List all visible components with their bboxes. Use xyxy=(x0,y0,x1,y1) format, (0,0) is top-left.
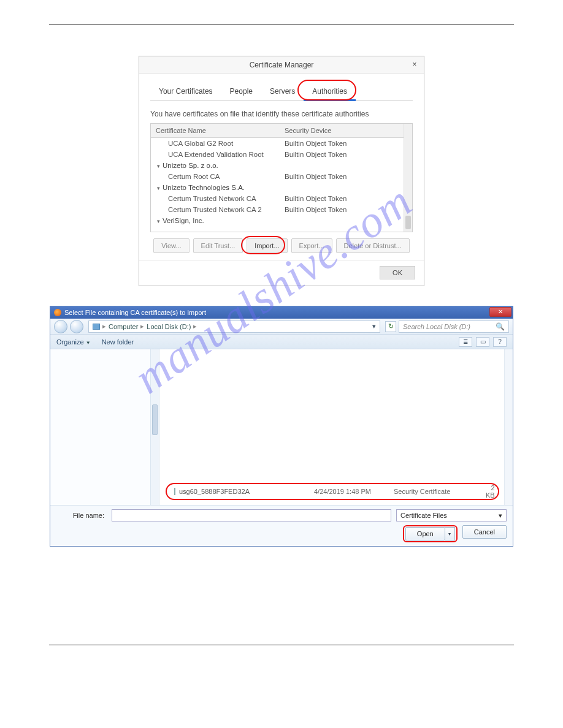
fo-sidebar xyxy=(50,349,159,505)
file-type: Security Certificate xyxy=(394,488,486,495)
cert-device: Builtin Object Token xyxy=(280,193,412,204)
cert-row[interactable]: Certum Trusted Network CABuiltin Object … xyxy=(151,193,412,204)
col-header-device: Security Device xyxy=(280,124,412,137)
import-button[interactable]: Import... xyxy=(247,238,287,253)
chevron-right-icon: ▸ xyxy=(140,322,144,330)
export-button[interactable]: Export... xyxy=(291,238,332,253)
nav-forward-button[interactable] xyxy=(70,320,83,333)
fo-file-area[interactable]: usg60_5888F3FED32A 4/24/2019 1:48 PM Sec… xyxy=(159,349,513,505)
search-placeholder: Search Local Disk (D:) xyxy=(403,323,470,330)
cm-description: You have certificates on file that ident… xyxy=(150,110,413,118)
cert-name: Certum Trusted Network CA xyxy=(168,195,256,202)
firefox-icon xyxy=(54,309,61,316)
cert-row[interactable]: UCA Global G2 RootBuiltin Object Token xyxy=(151,138,412,149)
search-input[interactable]: Search Local Disk (D:) 🔍 xyxy=(399,320,509,333)
fo-title: Select File containing CA certificate(s)… xyxy=(64,309,206,316)
main-scrollbar[interactable] xyxy=(504,349,513,505)
cert-group[interactable]: ▾Unizeto Technologies S.A. xyxy=(151,182,412,193)
cm-title: Certificate Manager xyxy=(250,61,314,69)
breadcrumb[interactable]: ▸ Computer ▸ Local Disk (D:) ▸ ▾ xyxy=(88,320,380,333)
refresh-button[interactable]: ↻ xyxy=(385,321,396,332)
chevron-down-icon[interactable]: ▾ xyxy=(372,322,376,330)
tab-authorities[interactable]: Authorities xyxy=(304,82,356,100)
file-type-filter[interactable]: Certificate Files ▾ xyxy=(396,509,507,521)
file-name: usg60_5888F3FED32A xyxy=(179,488,314,495)
cert-row[interactable]: UCA Extended Validation RootBuiltin Obje… xyxy=(151,149,412,160)
view-list-button[interactable]: ≣ xyxy=(459,337,472,347)
open-dropdown[interactable]: ▾ xyxy=(445,527,455,540)
window-close-button[interactable]: ✕ xyxy=(489,307,511,317)
cert-name: Certum Trusted Network CA 2 xyxy=(168,206,262,213)
search-icon: 🔍 xyxy=(496,322,505,331)
fo-navbar: ▸ Computer ▸ Local Disk (D:) ▸ ▾ ↻ Searc… xyxy=(50,319,513,335)
cert-name: UCA Global G2 Root xyxy=(168,140,233,147)
cert-device: Builtin Object Token xyxy=(280,138,412,149)
file-name-label: File name: xyxy=(56,512,107,519)
file-open-dialog: Select File containing CA certificate(s)… xyxy=(50,306,513,547)
cert-name: VeriSign, Inc. xyxy=(163,217,204,224)
chevron-right-icon: ▸ xyxy=(193,322,197,330)
cancel-button[interactable]: Cancel xyxy=(462,525,507,539)
file-list-row[interactable]: usg60_5888F3FED32A 4/24/2019 1:48 PM Sec… xyxy=(166,483,499,500)
certificate-manager-dialog: Certificate Manager × Your Certificates … xyxy=(139,56,424,286)
organize-button[interactable]: Organize ▼ xyxy=(56,338,91,346)
delete-distrust-button[interactable]: Delete or Distrust... xyxy=(336,238,410,253)
tab-your-certificates[interactable]: Your Certificates xyxy=(150,82,221,100)
cert-device: Builtin Object Token xyxy=(280,149,412,160)
new-folder-button[interactable]: New folder xyxy=(102,338,134,346)
cm-scrollbar[interactable] xyxy=(404,124,412,232)
file-size: 2 KB xyxy=(486,484,495,499)
cert-group[interactable]: ▾VeriSign, Inc. xyxy=(151,215,412,226)
tab-people[interactable]: People xyxy=(221,82,261,100)
chevron-right-icon: ▸ xyxy=(102,322,106,330)
cert-device: Builtin Object Token xyxy=(280,171,412,182)
chevron-down-icon: ▾ xyxy=(157,163,160,169)
edit-trust-button[interactable]: Edit Trust... xyxy=(193,238,243,253)
cert-device: Builtin Object Token xyxy=(280,204,412,215)
col-header-name: Certificate Name xyxy=(151,124,280,137)
close-icon[interactable]: × xyxy=(409,59,420,70)
breadcrumb-disk[interactable]: Local Disk (D:) xyxy=(147,323,191,330)
chevron-down-icon: ▾ xyxy=(157,185,160,191)
help-button[interactable]: ? xyxy=(493,337,507,347)
cm-tabs: Your Certificates People Servers Authori… xyxy=(150,82,413,101)
view-tiles-button[interactable]: ▭ xyxy=(476,337,489,347)
highlight-open: Open ▾ xyxy=(403,525,458,542)
breadcrumb-computer[interactable]: Computer xyxy=(109,323,138,330)
fo-titlebar: Select File containing CA certificate(s)… xyxy=(50,306,513,319)
computer-icon xyxy=(93,324,100,330)
cert-name: UCA Extended Validation Root xyxy=(168,151,264,158)
ok-button[interactable]: OK xyxy=(380,266,415,279)
fo-toolbar: Organize ▼ New folder ≣ ▭ ? xyxy=(50,335,513,349)
cm-table: Certificate Name Security Device UCA Glo… xyxy=(150,123,413,232)
cert-name: Unizeto Sp. z o.o. xyxy=(163,162,218,169)
file-date: 4/24/2019 1:48 PM xyxy=(314,488,394,495)
open-button[interactable]: Open xyxy=(405,527,445,540)
chevron-down-icon: ▼ xyxy=(86,340,91,346)
cm-titlebar: Certificate Manager × xyxy=(139,56,424,74)
chevron-down-icon: ▾ xyxy=(157,218,160,224)
sidebar-scrollbar[interactable] xyxy=(150,349,159,505)
certificate-file-icon xyxy=(174,488,175,495)
tab-servers[interactable]: Servers xyxy=(261,82,304,100)
cert-name: Certum Root CA xyxy=(168,173,220,180)
chevron-down-icon: ▾ xyxy=(499,512,502,520)
cert-row[interactable]: Certum Trusted Network CA 2Builtin Objec… xyxy=(151,204,412,215)
cert-group[interactable]: ▾Unizeto Sp. z o.o. xyxy=(151,160,412,171)
cert-row[interactable]: Certum Root CABuiltin Object Token xyxy=(151,171,412,182)
cert-name: Unizeto Technologies S.A. xyxy=(163,184,245,191)
nav-back-button[interactable] xyxy=(54,320,67,333)
view-button[interactable]: View... xyxy=(153,238,189,253)
file-name-input[interactable] xyxy=(112,509,391,521)
